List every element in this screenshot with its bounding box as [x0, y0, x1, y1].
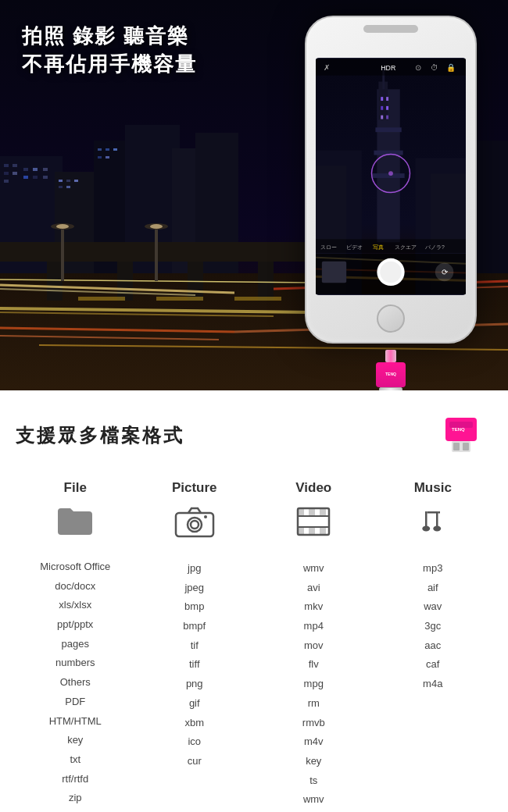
phone-notch [363, 25, 418, 33]
svg-rect-75 [234, 297, 281, 301]
svg-rect-16 [43, 168, 48, 171]
svg-point-93 [150, 224, 163, 229]
file-item: numbers [40, 654, 110, 673]
usb-illustration: TENQ [430, 414, 492, 457]
file-column: File Microsoft Office doc/docx xls/xlsx … [16, 480, 135, 810]
svg-point-136 [380, 262, 401, 283]
svg-point-90 [56, 224, 69, 229]
hero-title-line1: 拍照 錄影 聽音樂 [22, 22, 197, 50]
picture-item: cur [183, 752, 206, 771]
video-item: mkv [302, 597, 325, 617]
picture-item: tiff [183, 655, 206, 675]
svg-text:写真: 写真 [373, 244, 384, 251]
svg-rect-20 [59, 186, 63, 188]
file-item: txt [40, 750, 110, 770]
picture-item: jpg [183, 559, 206, 579]
usb-svg: TENQ [430, 414, 492, 457]
svg-text:⏱: ⏱ [431, 63, 438, 72]
svg-rect-161 [438, 511, 440, 514]
svg-point-147 [191, 521, 199, 529]
svg-rect-144 [463, 443, 469, 451]
svg-point-148 [204, 515, 207, 518]
svg-rect-11 [4, 180, 9, 183]
video-item: mpg [302, 675, 325, 694]
svg-rect-145 [176, 513, 213, 536]
usb-body: TENQ [376, 362, 406, 387]
hero-section: 拍照 錄影 聽音樂 不再佔用手機容量 [0, 0, 508, 390]
music-column-header: Music [414, 480, 452, 496]
svg-rect-8 [13, 164, 17, 167]
svg-point-120 [388, 171, 393, 176]
file-item: Microsoft Office [40, 557, 110, 577]
picture-item: xbm [183, 714, 206, 733]
phone-home-button[interactable] [377, 304, 405, 333]
svg-text:🔒: 🔒 [446, 62, 456, 73]
music-column: Music mp3 aif wav 3gc aac caf [374, 480, 493, 810]
svg-point-163 [433, 526, 441, 532]
usb-lightning-connector [385, 350, 396, 362]
svg-rect-21 [66, 186, 70, 188]
svg-rect-24 [106, 148, 109, 151]
picture-item: gif [183, 694, 206, 714]
music-item: aif [423, 579, 442, 598]
svg-rect-153 [309, 508, 315, 516]
file-item: xls/xlsx [40, 596, 110, 615]
video-item: mp4 [302, 617, 325, 636]
file-item: key [40, 731, 110, 750]
svg-rect-18 [59, 180, 63, 182]
video-item: mov [302, 636, 325, 656]
video-column: Video wmv avi mkv mp4 [254, 480, 374, 810]
phone-mockup: ✗ HDR ⊙ ⏱ 🔒 スロー ビデオ 写真 スクエア パノラ? [305, 16, 477, 344]
svg-rect-10 [13, 172, 17, 175]
svg-rect-110 [381, 116, 383, 119]
music-item: 3gc [423, 617, 442, 636]
svg-rect-72 [258, 262, 274, 301]
file-item: rtf/rtfd [40, 770, 110, 789]
svg-rect-19 [66, 180, 70, 182]
hero-title-line2: 不再佔用手機容量 [22, 50, 197, 78]
video-item: rmvb [302, 714, 325, 733]
svg-text:ビデオ: ビデオ [346, 244, 363, 250]
svg-text:⊙: ⊙ [415, 63, 421, 72]
svg-rect-26 [98, 156, 102, 158]
file-items-list: Microsoft Office doc/docx xls/xlsx ppt/p… [40, 557, 110, 808]
formats-grid: File Microsoft Office doc/docx xls/xlsx … [16, 480, 492, 810]
picture-item: png [183, 675, 206, 694]
video-items-list: wmv avi mkv mp4 mov flv mpg rm rmvb m4v … [302, 559, 325, 810]
music-item: wav [423, 597, 442, 617]
usb-brand-label: TENQ [385, 372, 396, 377]
svg-point-162 [422, 526, 430, 532]
file-item: doc/docx [40, 577, 110, 597]
svg-text:TENQ: TENQ [452, 427, 465, 432]
svg-rect-15 [33, 176, 38, 179]
picture-icon [174, 505, 215, 543]
svg-rect-69 [47, 262, 63, 301]
svg-rect-106 [381, 97, 383, 101]
hero-text-block: 拍照 錄影 聽音樂 不再佔用手機容量 [22, 22, 197, 79]
phone-frame: ✗ HDR ⊙ ⏱ 🔒 スロー ビデオ 写真 スクエア パノラ? [305, 16, 477, 344]
svg-rect-23 [98, 148, 102, 151]
svg-rect-134 [322, 262, 346, 283]
video-item: wmv [302, 790, 325, 810]
file-item: PDF [40, 693, 110, 712]
file-item: Others [40, 673, 110, 693]
svg-rect-17 [43, 176, 48, 179]
file-item: ppt/pptx [40, 615, 110, 635]
video-item: wmv [302, 559, 325, 579]
svg-rect-107 [386, 97, 388, 101]
svg-rect-27 [106, 156, 109, 158]
music-item: m4a [423, 675, 442, 694]
svg-rect-73 [78, 297, 125, 301]
svg-rect-109 [386, 106, 388, 110]
svg-text:HDR: HDR [381, 64, 395, 72]
svg-rect-103 [372, 173, 404, 178]
video-icon [295, 505, 332, 543]
svg-text:✗: ✗ [324, 63, 330, 72]
file-item: pages [40, 635, 110, 654]
video-item: rm [302, 694, 325, 714]
svg-rect-7 [4, 164, 9, 167]
picture-item: bmp [183, 597, 206, 617]
svg-rect-13 [33, 168, 38, 171]
svg-rect-143 [453, 443, 460, 451]
file-item: HTM/HTML [40, 712, 110, 732]
